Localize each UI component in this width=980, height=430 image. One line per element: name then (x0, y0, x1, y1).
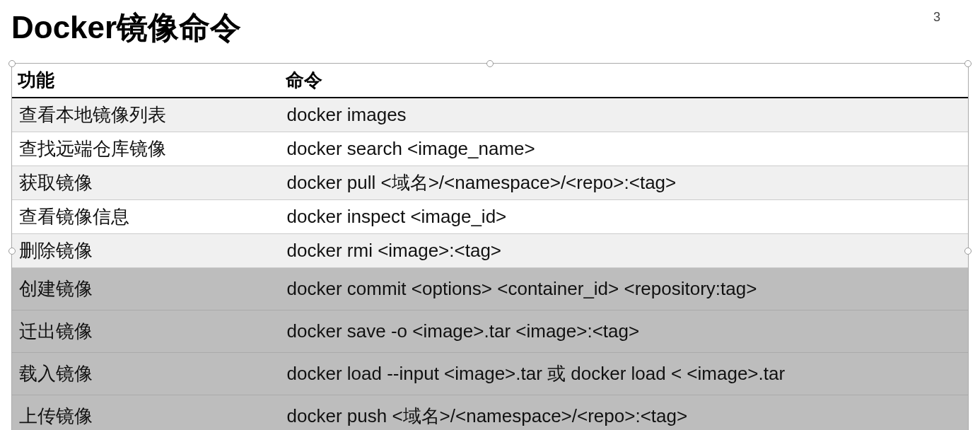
table-row: 删除镜像docker rmi <image>:<tag> (12, 234, 968, 268)
table-row: 查找远端仓库镜像docker search <image_name> (12, 132, 968, 166)
table-body: 查看本地镜像列表docker images查找远端仓库镜像docker sear… (12, 98, 968, 430)
resize-handle-icon[interactable] (964, 248, 972, 255)
cell-function: 查看镜像信息 (12, 200, 280, 234)
table-selection-frame[interactable]: 功能 命令 查看本地镜像列表docker images查找远端仓库镜像docke… (11, 63, 969, 430)
resize-handle-icon[interactable] (486, 60, 494, 67)
cell-command: docker push <域名>/<namespace>/<repo>:<tag… (280, 395, 968, 431)
header-function: 功能 (12, 64, 280, 98)
cell-command: docker pull <域名>/<namespace>/<repo>:<tag… (280, 166, 968, 200)
header-command: 命令 (280, 64, 968, 98)
cell-function: 迁出镜像 (12, 310, 280, 353)
slide-number: 3 (933, 7, 969, 25)
cell-command: docker commit <options> <container_id> <… (280, 268, 968, 310)
cell-command: docker save -o <image>.tar <image>:<tag> (280, 310, 968, 353)
cell-function: 查看本地镜像列表 (12, 98, 280, 132)
cell-function: 上传镜像 (12, 395, 280, 431)
cell-command: docker rmi <image>:<tag> (280, 234, 968, 268)
cell-command: docker inspect <image_id> (280, 200, 968, 234)
table-row: 查看镜像信息docker inspect <image_id> (12, 200, 968, 234)
table-row: 创建镜像docker commit <options> <container_i… (12, 268, 968, 310)
cell-command: docker images (280, 98, 968, 132)
resize-handle-icon[interactable] (8, 248, 16, 255)
cell-function: 载入镜像 (12, 353, 280, 395)
slide-title: Docker镜像命令 (11, 7, 241, 49)
resize-handle-icon[interactable] (964, 60, 972, 67)
resize-handle-icon[interactable] (8, 60, 16, 67)
cell-function: 创建镜像 (12, 268, 280, 310)
table-row: 上传镜像docker push <域名>/<namespace>/<repo>:… (12, 395, 968, 431)
cell-function: 查找远端仓库镜像 (12, 132, 280, 166)
commands-table: 功能 命令 查看本地镜像列表docker images查找远端仓库镜像docke… (12, 64, 968, 430)
cell-command: docker search <image_name> (280, 132, 968, 166)
table-header-row: 功能 命令 (12, 64, 968, 98)
table-row: 载入镜像docker load --input <image>.tar 或 do… (12, 353, 968, 395)
cell-command: docker load --input <image>.tar 或 docker… (280, 353, 968, 395)
cell-function: 删除镜像 (12, 234, 280, 268)
cell-function: 获取镜像 (12, 166, 280, 200)
table-row: 获取镜像docker pull <域名>/<namespace>/<repo>:… (12, 166, 968, 200)
slide-header: Docker镜像命令 3 (11, 7, 969, 49)
table-row: 迁出镜像docker save -o <image>.tar <image>:<… (12, 310, 968, 353)
table-row: 查看本地镜像列表docker images (12, 98, 968, 132)
